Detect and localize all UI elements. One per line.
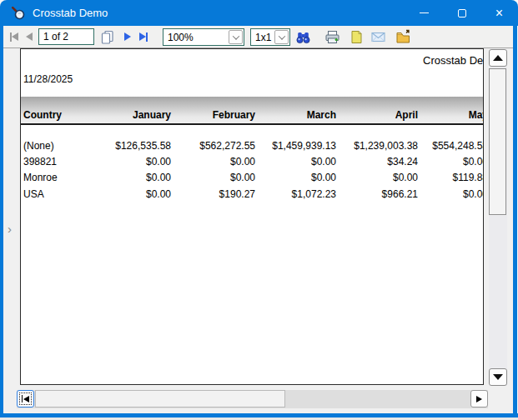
maximize-icon (458, 9, 466, 18)
minimize-icon (420, 12, 429, 13)
value-cell: $0.00 (255, 172, 336, 183)
value-cell: $0.00 (171, 156, 255, 168)
value-cell: $34.24 (336, 156, 418, 168)
row-header-country: USA (23, 188, 88, 200)
table-row: Monroe$0.00$0.00$0.00$0.00$119.88 (21, 170, 484, 186)
print-icon[interactable] (324, 29, 340, 45)
value-cell: $0.00 (418, 156, 484, 168)
email-envelope-icon[interactable] (370, 29, 386, 45)
window-controls: × (405, 0, 518, 26)
copy-pages-icon[interactable] (99, 29, 115, 45)
scroll-left-button[interactable] (17, 390, 34, 408)
page-layout-dropdown-button[interactable] (274, 30, 289, 44)
row-header-country: (None) (23, 140, 88, 152)
report-date: 11/28/2025 (23, 73, 73, 85)
value-cell: $0.00 (88, 156, 171, 168)
search-binoculars-icon[interactable] (295, 29, 311, 45)
table-row: (None)$126,535.58$562,272.55$1,459,939.1… (21, 138, 484, 153)
report-page[interactable]: Crosstab Demo 11/28/2025 CountryJanuaryF… (20, 48, 484, 385)
value-cell: $119.88 (418, 172, 484, 183)
zoom-value: 100% (163, 32, 229, 43)
scroll-right-button[interactable] (470, 390, 488, 408)
column-header: May (418, 109, 484, 121)
column-header: February (171, 109, 255, 121)
zoom-dropdown-button[interactable] (229, 30, 243, 44)
report-title: Crosstab Demo (423, 54, 484, 67)
value-cell: $0.00 (255, 156, 336, 168)
table-header-row: CountryJanuaryFebruaryMarchAprilMay (21, 97, 484, 125)
column-header: March (255, 109, 336, 121)
scroll-up-button[interactable] (489, 49, 507, 67)
table-body: (None)$126,535.58$562,272.55$1,459,939.1… (21, 138, 484, 202)
titlebar[interactable]: Crosstab Demo × (0, 0, 518, 26)
value-cell: $0.00 (418, 188, 484, 200)
value-cell: $966.21 (336, 188, 418, 200)
value-cell: $0.00 (88, 188, 171, 200)
column-header: January (88, 109, 171, 121)
previous-page-button[interactable] (26, 26, 33, 48)
left-bar-icon (22, 395, 23, 402)
export-document-icon[interactable] (349, 29, 365, 45)
value-cell: $0.00 (336, 172, 418, 183)
column-header: April (336, 109, 418, 121)
page-number-input[interactable]: 1 of 2 (38, 28, 94, 45)
value-cell: $1,459,939.13 (255, 140, 336, 152)
page-layout-value: 1x1 (251, 32, 274, 43)
page-layout-select[interactable]: 1x1 (250, 28, 290, 46)
arrow-down-icon (493, 374, 503, 380)
horizontal-scrollbar[interactable] (17, 390, 488, 408)
close-icon: × (495, 7, 503, 20)
arrow-up-icon (493, 55, 503, 61)
preview-workspace: › Crosstab Demo 11/28/2025 CountryJanuar… (3, 48, 513, 413)
column-header: Country (23, 109, 88, 121)
vertical-scrollbar-thumb[interactable] (489, 68, 506, 215)
viewer-toolbar: 1 of 2 100% 1x1 (3, 26, 513, 48)
value-cell: $0.00 (88, 172, 171, 183)
value-cell: $0.00 (171, 172, 255, 183)
row-header-country: Monroe (23, 172, 88, 183)
print-preview-magnifier-icon (11, 6, 26, 21)
value-cell: $190.27 (171, 188, 255, 200)
window-border-right (513, 26, 517, 415)
value-cell: $126,535.58 (88, 140, 171, 152)
group-tree-expand-chevron-icon[interactable]: › (8, 222, 12, 235)
value-cell: $554,248.58 (418, 140, 484, 152)
value-cell: $1,239,003.38 (336, 140, 418, 152)
next-page-arrow-icon (124, 32, 131, 41)
arrow-left-icon (23, 396, 29, 402)
first-page-button[interactable] (10, 26, 18, 48)
horizontal-scrollbar-thumb[interactable] (35, 390, 285, 408)
app-window: Crosstab Demo × 1 of 2 100% 1x1 (0, 0, 518, 420)
next-page-button[interactable] (124, 26, 131, 48)
maximize-button[interactable] (443, 0, 480, 26)
row-header-country: 398821 (23, 156, 88, 168)
zoom-select[interactable]: 100% (163, 28, 244, 46)
first-page-arrow-icon (12, 32, 18, 41)
scroll-down-button[interactable] (489, 368, 507, 386)
open-folder-icon[interactable] (395, 29, 411, 45)
close-button[interactable]: × (480, 0, 518, 26)
last-page-button[interactable] (139, 26, 148, 48)
minimize-button[interactable] (405, 0, 443, 26)
table-row: 398821$0.00$0.00$0.00$34.24$0.00 (21, 153, 484, 169)
table-row: USA$0.00$190.27$1,072.23$966.21$0.00 (21, 186, 484, 202)
window-title: Crosstab Demo (33, 7, 108, 19)
chevron-down-icon (232, 32, 239, 39)
last-page-icon (146, 32, 148, 42)
previous-page-arrow-icon (26, 32, 33, 41)
last-page-arrow-icon (139, 32, 146, 41)
vertical-scrollbar[interactable] (489, 49, 507, 386)
value-cell: $1,072.23 (255, 188, 336, 200)
arrow-right-icon (476, 396, 482, 402)
chevron-down-icon (278, 32, 284, 39)
value-cell: $562,272.55 (171, 140, 255, 152)
